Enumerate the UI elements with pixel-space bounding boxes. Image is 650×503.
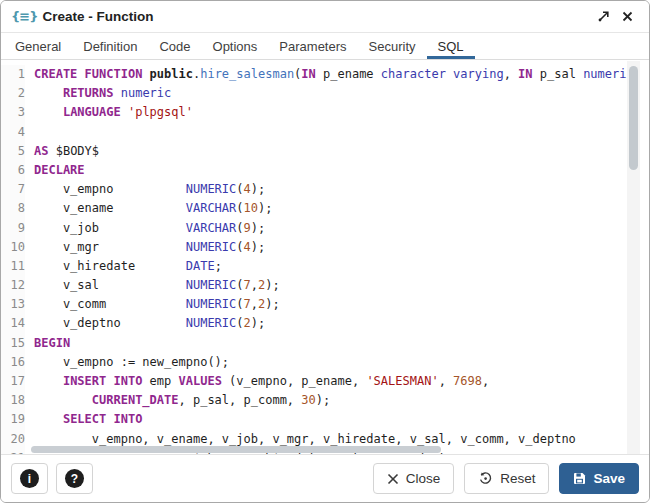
line-number: 2 <box>1 84 25 103</box>
close-button[interactable]: Close <box>373 463 455 494</box>
reset-button[interactable]: Reset <box>464 463 549 494</box>
code-line-text: DECLARE <box>34 161 85 180</box>
help-icon: ? <box>65 469 84 488</box>
info-button[interactable]: i <box>11 463 48 494</box>
code-line[interactable]: 7 v_empno NUMERIC(4); <box>1 180 627 199</box>
line-number: 14 <box>1 314 25 333</box>
sql-editor: 1CREATE FUNCTION public.hire_salesman(IN… <box>1 61 649 454</box>
line-number: 3 <box>1 103 25 122</box>
dialog-footer: i ? Close Reset <box>1 454 649 502</box>
code-line[interactable]: 12 v_sal NUMERIC(7,2); <box>1 276 627 295</box>
tab-definition[interactable]: Definition <box>72 33 148 59</box>
tab-options[interactable]: Options <box>202 33 269 59</box>
code-line-text: v_mgr NUMERIC(4); <box>34 238 265 257</box>
line-number: 19 <box>1 410 25 429</box>
line-number: 9 <box>1 219 25 238</box>
save-button-label: Save <box>593 471 625 486</box>
line-number: 7 <box>1 180 25 199</box>
code-line[interactable]: 15BEGIN <box>1 334 627 353</box>
code-line-text: BEGIN <box>34 334 70 353</box>
code-line-text: v_ename VARCHAR(10); <box>34 199 272 218</box>
code-line-text: SELECT INTO <box>34 410 142 429</box>
code-line[interactable]: 13 v_comm NUMERIC(7,2); <box>1 295 627 314</box>
code-line-text: v_hiredate DATE; <box>34 257 222 276</box>
line-number: 1 <box>1 65 25 84</box>
code-line[interactable]: 4 <box>1 123 627 142</box>
code-line[interactable]: 11 v_hiredate DATE; <box>1 257 627 276</box>
save-button[interactable]: Save <box>559 463 639 494</box>
save-floppy-icon <box>573 472 586 485</box>
horizontal-scrollbar-thumb[interactable] <box>31 446 441 453</box>
tab-parameters[interactable]: Parameters <box>268 33 357 59</box>
code-line-text: LANGUAGE 'plpgsql' <box>34 103 193 122</box>
line-number: 11 <box>1 257 25 276</box>
code-line-text: v_comm NUMERIC(7,2); <box>34 295 280 314</box>
function-icon: {≡} <box>11 9 37 24</box>
line-number: 16 <box>1 353 25 372</box>
reset-undo-icon <box>478 471 493 486</box>
code-line[interactable]: 18 CURRENT_DATE, p_sal, p_comm, 30); <box>1 391 627 410</box>
create-function-dialog: {≡} Create - Function General Definition… <box>0 0 650 503</box>
line-number: 12 <box>1 276 25 295</box>
code-line[interactable]: 16 v_empno := new_empno(); <box>1 353 627 372</box>
code-line-text: v_job VARCHAR(9); <box>34 219 265 238</box>
reset-button-label: Reset <box>500 471 535 486</box>
tab-security[interactable]: Security <box>358 33 427 59</box>
vertical-scrollbar <box>627 61 640 454</box>
dialog-titlebar: {≡} Create - Function <box>1 1 649 33</box>
code-line[interactable]: 1CREATE FUNCTION public.hire_salesman(IN… <box>1 65 627 84</box>
code-line-text: v_sal NUMERIC(7,2); <box>34 276 280 295</box>
vertical-scrollbar-thumb[interactable] <box>629 66 638 170</box>
code-line[interactable]: 8 v_ename VARCHAR(10); <box>1 199 627 218</box>
help-button[interactable]: ? <box>56 463 93 494</box>
code-line-text: v_deptno NUMERIC(2); <box>34 314 265 333</box>
code-line[interactable]: 3 LANGUAGE 'plpgsql' <box>1 103 627 122</box>
code-line-text: INSERT INTO emp VALUES (v_empno, p_ename… <box>34 372 489 391</box>
close-button-label: Close <box>406 471 441 486</box>
code-lines[interactable]: 1CREATE FUNCTION public.hire_salesman(IN… <box>1 61 627 454</box>
code-line[interactable]: 10 v_mgr NUMERIC(4); <box>1 238 627 257</box>
line-number: 13 <box>1 295 25 314</box>
close-icon[interactable] <box>615 5 639 29</box>
dialog-title: Create - Function <box>42 9 153 24</box>
code-line-text: CURRENT_DATE, p_sal, p_comm, 30); <box>34 391 330 410</box>
code-line-text: v_empno NUMERIC(4); <box>34 180 265 199</box>
code-line[interactable]: 9 v_job VARCHAR(9); <box>1 219 627 238</box>
line-number: 20 <box>1 430 25 449</box>
code-line[interactable]: 17 INSERT INTO emp VALUES (v_empno, p_en… <box>1 372 627 391</box>
code-line[interactable]: 5AS $BODY$ <box>1 142 627 161</box>
line-number: 18 <box>1 391 25 410</box>
info-icon: i <box>20 469 39 488</box>
line-number: 17 <box>1 372 25 391</box>
dialog-tabbar: General Definition Code Options Paramete… <box>1 33 649 60</box>
code-line[interactable]: 2 RETURNS numeric <box>1 84 627 103</box>
code-line-text: CREATE FUNCTION public.hire_salesman(IN … <box>34 65 627 84</box>
tab-sql[interactable]: SQL <box>427 33 475 59</box>
close-x-icon <box>387 473 399 485</box>
tab-code[interactable]: Code <box>148 33 201 59</box>
code-line-text: AS $BODY$ <box>34 142 99 161</box>
line-number: 5 <box>1 142 25 161</box>
code-line[interactable]: 6DECLARE <box>1 161 627 180</box>
code-line-text: RETURNS numeric <box>34 84 171 103</box>
code-line[interactable]: 14 v_deptno NUMERIC(2); <box>1 314 627 333</box>
tab-general[interactable]: General <box>4 33 72 59</box>
line-number: 6 <box>1 161 25 180</box>
line-number: 4 <box>1 123 25 142</box>
code-line-text: v_empno := new_empno(); <box>34 353 229 372</box>
line-number: 10 <box>1 238 25 257</box>
expand-icon[interactable] <box>591 5 615 29</box>
code-line[interactable]: 19 SELECT INTO <box>1 410 627 429</box>
line-number: 15 <box>1 334 25 353</box>
line-number: 8 <box>1 199 25 218</box>
